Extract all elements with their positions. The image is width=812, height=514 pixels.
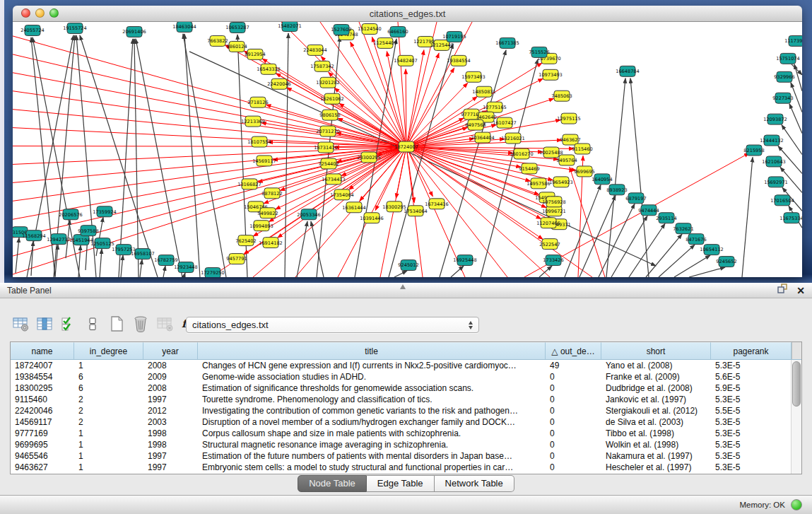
graph-node[interactable]: 1527602 bbox=[331, 24, 351, 35]
new-column-icon[interactable] bbox=[107, 315, 126, 333]
graph-node[interactable]: 9397588 bbox=[78, 226, 98, 236]
graph-node[interactable]: 12942737 bbox=[47, 234, 71, 245]
column-header-name[interactable]: name bbox=[11, 342, 74, 359]
row-height-icon[interactable] bbox=[83, 315, 102, 333]
graph-node[interactable]: 8215958 bbox=[743, 145, 764, 156]
table-row[interactable]: 969969511998Structural magnetic resonanc… bbox=[11, 439, 801, 450]
graph-node[interactable]: 2522547 bbox=[539, 239, 560, 250]
graph-node[interactable]: 8878122 bbox=[261, 188, 282, 199]
graph-node[interactable]: 15482071 bbox=[278, 22, 302, 31]
graph-node[interactable]: 10654112 bbox=[700, 245, 724, 255]
graph-node[interactable]: 9474444 bbox=[638, 205, 659, 216]
graph-node[interactable]: 9115460 bbox=[572, 144, 592, 154]
graph-node[interactable]: 19384554 bbox=[447, 55, 471, 66]
graph-node[interactable]: 18463044 bbox=[172, 22, 196, 32]
graph-node[interactable]: 10653287 bbox=[225, 22, 249, 33]
table-row[interactable]: 1872400712008Changes of HCN gene express… bbox=[11, 360, 801, 371]
graph-node[interactable]: 9245012 bbox=[398, 260, 418, 271]
graph-node[interactable]: 12505125 bbox=[90, 238, 114, 249]
graph-node[interactable]: 9329966 bbox=[774, 71, 794, 82]
graph-node[interactable]: 1733426 bbox=[543, 255, 563, 266]
graph-node[interactable]: 20053346 bbox=[297, 209, 321, 220]
column-header-in_degree[interactable]: in_degree bbox=[74, 342, 143, 359]
graph-node[interactable]: 10994893 bbox=[249, 221, 273, 231]
graph-node[interactable]: 16261062 bbox=[320, 93, 344, 104]
close-panel-icon[interactable]: ✕ bbox=[796, 286, 805, 296]
graph-node[interactable]: 15973493 bbox=[461, 71, 486, 82]
graph-node[interactable]: 7515526 bbox=[529, 47, 549, 57]
graph-node[interactable]: 24055724 bbox=[20, 25, 45, 35]
graph-node[interactable]: 7625402 bbox=[235, 235, 256, 246]
graph-node[interactable]: 8912954 bbox=[245, 49, 265, 59]
graph-node[interactable]: 20206576 bbox=[59, 209, 83, 220]
show-columns-icon[interactable] bbox=[35, 315, 54, 333]
tab-edge-table[interactable]: Edge Table bbox=[367, 475, 435, 492]
column-header-pagerank[interactable]: pagerank bbox=[711, 342, 792, 359]
graph-node[interactable]: 12923448 bbox=[174, 262, 198, 273]
close-window-button[interactable] bbox=[21, 8, 30, 18]
graph-node[interactable]: 16734416 bbox=[425, 199, 449, 209]
graph-node[interactable]: 16925448 bbox=[453, 255, 477, 266]
graph-node[interactable]: 6466160 bbox=[387, 26, 408, 37]
table-row[interactable]: 946362711997Embryonic stem cells: a mode… bbox=[11, 462, 801, 473]
table-row[interactable]: 1938455462009Genome-wide association stu… bbox=[11, 371, 801, 382]
graph-node[interactable]: 16543338 bbox=[257, 64, 281, 74]
zoom-window-button[interactable] bbox=[49, 8, 59, 18]
graph-node[interactable]: 2935114 bbox=[656, 213, 676, 223]
graph-node[interactable]: 16361444 bbox=[342, 202, 366, 213]
graph-node[interactable]: 9154469 bbox=[519, 163, 539, 174]
graph-node[interactable]: 12213369 bbox=[241, 116, 265, 127]
graph-node[interactable]: 19654923 bbox=[549, 177, 573, 187]
graph-node[interactable]: 14957586 bbox=[526, 178, 551, 189]
minimize-window-button[interactable] bbox=[35, 8, 45, 18]
panel-resize-grip-icon[interactable] bbox=[400, 284, 406, 289]
graph-node[interactable]: 15751074 bbox=[776, 53, 800, 64]
graph-node[interactable]: 12975115 bbox=[557, 113, 581, 124]
graph-node[interactable]: 16782759 bbox=[154, 255, 178, 266]
graph-node[interactable]: 17016504 bbox=[770, 195, 794, 206]
graph-node[interactable]: 11173902 bbox=[784, 35, 802, 46]
graph-node[interactable]: 12093872 bbox=[763, 114, 787, 124]
graph-node[interactable]: 16210643 bbox=[762, 156, 786, 167]
graph-node[interactable]: 9699695 bbox=[574, 166, 594, 177]
graph-node[interactable]: 7632621 bbox=[673, 223, 693, 234]
table-row[interactable]: 946554611997Estimation of the future num… bbox=[11, 450, 801, 462]
graph-node[interactable]: 9806158 bbox=[319, 110, 340, 120]
graph-node[interactable]: 11254409 bbox=[373, 37, 397, 48]
table-row[interactable]: 2242004622012Investigating the contribut… bbox=[11, 405, 801, 416]
graph-node[interactable]: 20691406 bbox=[122, 26, 146, 37]
graph-node[interactable]: 17587342 bbox=[310, 61, 334, 71]
graph-node[interactable]: 19155724 bbox=[63, 23, 87, 33]
graph-node[interactable]: 6497568 bbox=[465, 119, 486, 130]
graph-node[interactable]: 17359924 bbox=[93, 206, 117, 217]
graph-node[interactable]: 17279250 bbox=[201, 268, 225, 277]
column-header-title[interactable]: title bbox=[198, 342, 546, 359]
graph-node[interactable]: 9860124 bbox=[226, 41, 247, 52]
graph-node[interactable]: 2718126 bbox=[247, 97, 268, 107]
graph-node[interactable]: 9227343 bbox=[772, 93, 793, 103]
graph-node[interactable]: 7485063 bbox=[551, 90, 572, 101]
graph-node[interactable]: 11675334 bbox=[779, 213, 802, 223]
table-row[interactable]: 977716911998Corpus callosum shape and si… bbox=[11, 428, 801, 439]
graph-node[interactable]: 8938923 bbox=[606, 185, 627, 195]
graph-node[interactable]: 16648784 bbox=[616, 66, 640, 76]
graph-node[interactable]: 9495764 bbox=[556, 155, 577, 165]
graph-node[interactable]: 5499822 bbox=[257, 208, 278, 218]
graph-node[interactable]: 10391446 bbox=[360, 213, 384, 223]
graph-node[interactable]: 12444132 bbox=[760, 135, 784, 146]
graph-node[interactable]: 16914182 bbox=[259, 238, 283, 248]
tab-network-table[interactable]: Network Table bbox=[435, 475, 514, 492]
graph-node[interactable]: 15124540 bbox=[358, 23, 382, 34]
graph-node[interactable]: 7663822 bbox=[207, 35, 228, 46]
scrollbar-thumb[interactable] bbox=[792, 361, 801, 407]
graph-node[interactable]: 15482407 bbox=[394, 55, 418, 66]
float-panel-icon[interactable] bbox=[777, 284, 788, 297]
graph-node[interactable]: 18107554 bbox=[247, 136, 271, 147]
graph-node[interactable]: 16671385 bbox=[495, 37, 519, 48]
tab-node-table[interactable]: Node Table bbox=[298, 475, 367, 492]
table-row[interactable]: 911546021997Tourette syndrome. Phenomeno… bbox=[11, 394, 801, 405]
select-rows-icon[interactable] bbox=[59, 315, 78, 333]
table-vertical-scrollbar[interactable] bbox=[791, 360, 801, 474]
graph-node[interactable]: 1640954 bbox=[592, 174, 612, 185]
column-header-short[interactable]: short bbox=[601, 342, 711, 359]
